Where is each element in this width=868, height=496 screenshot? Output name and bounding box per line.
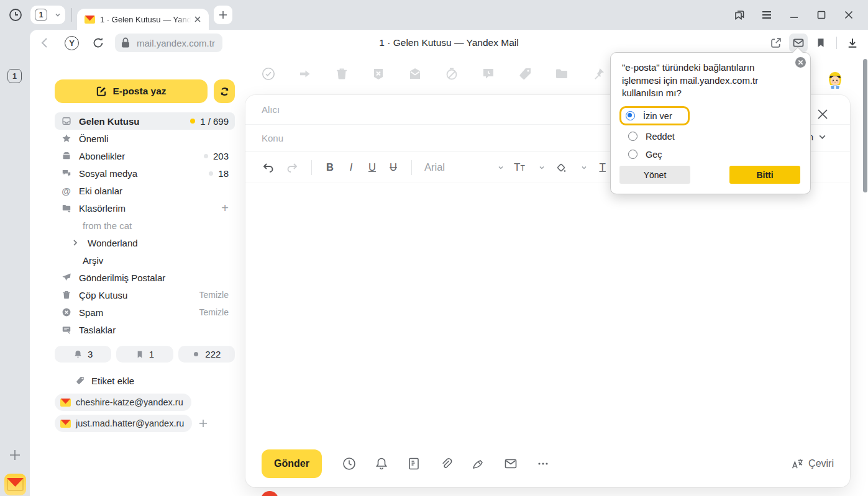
forward-icon[interactable] <box>298 66 313 81</box>
radio-option-deny[interactable]: Reddet <box>622 127 799 145</box>
menu-icon[interactable] <box>756 4 777 25</box>
chevron-right-icon[interactable] <box>70 239 80 246</box>
close-button[interactable] <box>838 4 859 25</box>
unread-pill[interactable]: 222 <box>178 346 235 363</box>
radio-option-allow[interactable]: İzin ver <box>619 106 690 125</box>
label-icon[interactable] <box>518 66 532 81</box>
undo-icon[interactable] <box>262 161 275 174</box>
add-label-button[interactable]: Etiket ekle <box>55 371 235 390</box>
divider <box>411 160 412 175</box>
text-color-button[interactable]: T <box>597 161 608 174</box>
subject-input[interactable] <box>262 133 662 143</box>
font-family-select[interactable]: Arial <box>424 161 504 173</box>
more-options-icon[interactable] <box>536 456 550 471</box>
template-icon[interactable] <box>406 456 421 471</box>
move-folder-icon[interactable] <box>554 66 569 81</box>
new-tab-button[interactable] <box>214 6 232 24</box>
radio-option-skip[interactable]: Geç <box>622 145 799 163</box>
refresh-button[interactable] <box>214 79 235 103</box>
account-chip[interactable]: cheshire-katze@yandex.ru <box>55 394 191 411</box>
tab-group-selector[interactable]: 1 <box>30 6 65 24</box>
maximize-button[interactable] <box>811 4 832 25</box>
divider <box>836 37 837 49</box>
manage-button[interactable]: Yönet <box>619 166 690 184</box>
compose-label: E-posta yaz <box>112 86 166 97</box>
url-field[interactable]: mail.yandex.com.tr <box>115 34 222 52</box>
reminder-icon[interactable] <box>481 66 496 81</box>
download-icon[interactable] <box>843 34 862 52</box>
yandex-logo[interactable]: Y <box>65 36 79 50</box>
sidebar-item-wonderland[interactable]: Wonderland <box>55 234 235 251</box>
popup-close-icon[interactable] <box>795 57 806 68</box>
pen-icon[interactable] <box>471 456 486 471</box>
sidebar-item-spam[interactable]: Spam Temizle <box>55 304 235 321</box>
sidebar-item-social[interactable]: Sosyal medya 18 <box>55 165 235 182</box>
sidebar-item-archive[interactable]: Arşiv <box>55 251 235 269</box>
reminders-pill[interactable]: 3 <box>55 346 111 363</box>
sidebar-item-inbox[interactable]: Gelen Kutusu 1 / 699 <box>55 112 235 130</box>
sidebar-item-my-folders[interactable]: Klasörlerim + <box>55 199 235 217</box>
font-size-select[interactable]: TT <box>514 161 525 174</box>
underline-button[interactable]: U <box>367 161 378 173</box>
divider <box>71 8 72 22</box>
sidebar-item-important[interactable]: Önemli <box>55 130 235 147</box>
lock-icon[interactable] <box>119 36 132 50</box>
sidebar-item-sent[interactable]: Gönderilmiş Postalar <box>55 269 235 286</box>
tab-close-icon[interactable] <box>193 14 203 24</box>
add-folder-button[interactable]: + <box>221 202 229 214</box>
highlight-color-button[interactable] <box>555 161 567 174</box>
minimize-button[interactable] <box>783 4 805 25</box>
workspace-badge[interactable]: 1 <box>7 69 22 83</box>
compose-button[interactable]: E-posta yaz <box>55 79 208 103</box>
empty-trash-link[interactable]: Temizle <box>199 290 229 300</box>
tab-strip: 1 1 · Gelen Kutusu — Yand <box>0 0 868 30</box>
add-account-icon[interactable] <box>198 418 208 428</box>
yandex-mail-app-icon[interactable] <box>4 474 26 495</box>
chevron-down-icon <box>581 165 587 171</box>
pin-icon[interactable] <box>591 66 606 81</box>
close-compose-icon[interactable] <box>816 107 829 121</box>
user-avatar[interactable] <box>825 70 845 90</box>
send-button[interactable]: Gönder <box>262 449 322 478</box>
attach-icon[interactable] <box>439 456 454 471</box>
side-panel-button[interactable] <box>729 4 750 25</box>
from-selector[interactable]: n <box>808 132 826 142</box>
delete-icon[interactable] <box>334 66 349 81</box>
italic-button[interactable]: I <box>345 161 357 173</box>
reload-icon[interactable] <box>91 36 105 50</box>
account-chip[interactable]: just.mad.hatter@yandex.ru <box>55 415 192 432</box>
history-icon[interactable] <box>8 7 23 22</box>
schedule-send-icon[interactable] <box>342 456 357 471</box>
protocol-handler-popup: "e-posta" türündeki bağlantıların işlenm… <box>610 52 811 194</box>
done-button[interactable]: Bitti <box>729 166 800 184</box>
sidebar-item-from-the-cat[interactable]: from the cat <box>55 217 235 234</box>
notify-icon[interactable] <box>374 456 389 471</box>
snooze-icon[interactable] <box>444 66 459 81</box>
to-input[interactable] <box>262 104 662 115</box>
empty-spam-link[interactable]: Temizle <box>199 307 229 317</box>
scrollbar-thumb[interactable] <box>863 59 867 192</box>
spam-icon <box>61 307 71 317</box>
active-tab[interactable]: 1 · Gelen Kutusu — Yand <box>77 9 209 30</box>
envelope-icon[interactable] <box>503 456 518 471</box>
redo-icon[interactable] <box>285 161 299 174</box>
sidebar-item-trash[interactable]: Çöp Kutusu Temizle <box>55 286 235 304</box>
popup-message: "e-posta" türündeki bağlantıların işlenm… <box>622 61 791 100</box>
message-body[interactable] <box>245 183 850 440</box>
sidebar-item-subscriptions[interactable]: Abonelikler 203 <box>55 147 235 165</box>
spam-toolbar-icon[interactable] <box>371 66 386 81</box>
mark-read-icon[interactable] <box>408 66 423 81</box>
chevron-down-icon <box>818 133 826 141</box>
sidebar-item-drafts[interactable]: Taslaklar <box>55 321 235 338</box>
bookmarks-pill[interactable]: 1 <box>116 346 173 363</box>
bookmark-flag-icon[interactable] <box>811 34 830 52</box>
bold-button[interactable]: B <box>324 161 336 173</box>
add-panel-icon[interactable] <box>7 447 23 463</box>
translate-button[interactable]: Çeviri <box>790 457 834 471</box>
inbox-count: 1 / 699 <box>200 116 229 127</box>
share-icon[interactable] <box>767 34 785 52</box>
sidebar-item-attachments[interactable]: @ Eki olanlar <box>55 182 235 199</box>
select-all-icon[interactable] <box>261 66 276 81</box>
back-icon[interactable] <box>37 35 52 50</box>
strikethrough-button[interactable]: U <box>388 161 399 173</box>
